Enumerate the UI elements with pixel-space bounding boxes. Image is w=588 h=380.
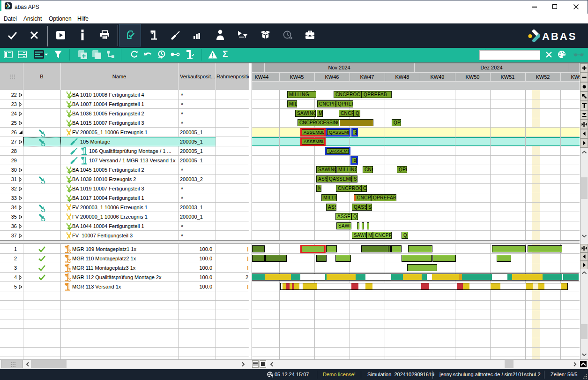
svg-text:ABAS: ABAS [542, 30, 577, 42]
